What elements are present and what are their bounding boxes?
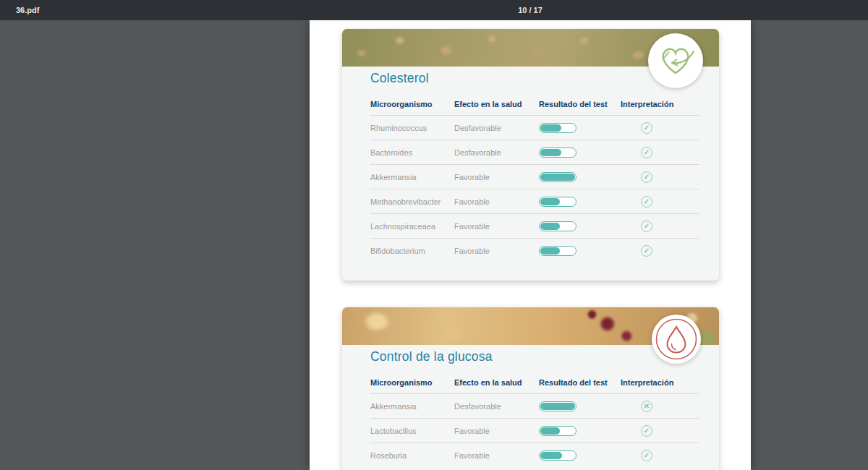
health-effect: Favorable <box>454 451 539 460</box>
microorganism-name: Lachnospiraceaea <box>370 222 454 231</box>
table-row: Lactobacillus Favorable ✓ <box>370 419 699 443</box>
col-header-interpretacion: Interpretación <box>621 100 699 108</box>
result-bar <box>539 450 576 461</box>
pdf-toolbar: 36.pdf 10 / 17 <box>0 0 868 20</box>
table-header-row: Microorganismo Efecto en la salud Result… <box>370 100 699 116</box>
check-icon: ✓ <box>641 196 652 208</box>
microorganism-name: Akkermansia <box>370 402 454 411</box>
col-header-microorganismo: Microorganismo <box>370 100 454 108</box>
col-header-efecto: Efecto en la salud <box>454 100 539 108</box>
health-effect: Desfavorable <box>454 124 539 132</box>
table-row: Bifidobacterium Favorable ✓ <box>370 239 699 263</box>
result-bar <box>539 221 576 231</box>
result-bar <box>539 426 576 436</box>
heart-icon <box>654 39 697 82</box>
microorganism-name: Bifidobacterium <box>370 247 454 255</box>
heart-badge <box>648 33 703 88</box>
microorganism-name: Bacteroides <box>370 148 454 157</box>
col-header-resultado: Resultado del test <box>539 378 621 387</box>
check-icon: ✓ <box>641 122 652 134</box>
table-row: Akkermansia Desfavorable ✕ <box>370 394 699 419</box>
colesterol-table: Microorganismo Efecto en la salud Result… <box>370 100 699 263</box>
check-icon: ✓ <box>641 171 652 183</box>
glucosa-table: Microorganismo Efecto en la salud Result… <box>370 378 699 468</box>
microorganism-name: Rhuminococcus <box>370 124 454 132</box>
result-bar <box>539 172 576 182</box>
health-effect: Favorable <box>454 173 539 181</box>
result-bar <box>539 197 576 207</box>
microorganism-name: Methanobrevibacter <box>370 197 454 206</box>
microorganism-name: Akkermansia <box>370 173 454 181</box>
result-bar-fill <box>540 149 561 156</box>
microorganism-name: Lactobacillus <box>370 427 454 435</box>
result-bar-fill <box>540 198 560 205</box>
health-effect: Favorable <box>454 222 539 231</box>
x-icon: ✕ <box>641 401 652 412</box>
result-bar-fill <box>540 403 575 410</box>
page-indicator: 10 / 17 <box>310 6 751 14</box>
check-icon: ✓ <box>641 147 652 158</box>
col-header-efecto: Efecto en la salud <box>454 378 539 387</box>
check-icon: ✓ <box>641 221 652 232</box>
col-header-microorganismo: Microorganismo <box>370 378 454 387</box>
table-row: Roseburia Favorable ✓ <box>370 443 699 468</box>
water-drop-icon <box>654 317 699 362</box>
card-title: Control de la glucosa <box>370 349 493 364</box>
health-effect: Favorable <box>454 197 539 206</box>
card-control-glucosa: Control de la glucosa Microorganismo Efe… <box>342 307 719 470</box>
result-bar <box>539 148 576 158</box>
health-effect: Favorable <box>454 247 539 255</box>
result-bar-fill <box>540 247 560 255</box>
col-header-interpretacion: Interpretación <box>621 378 699 387</box>
blood-drop-badge <box>652 315 701 364</box>
check-icon: ✓ <box>641 450 652 461</box>
pdf-filename: 36.pdf <box>16 6 39 14</box>
check-icon: ✓ <box>641 245 652 257</box>
result-bar-fill <box>540 124 561 132</box>
table-header-row: Microorganismo Efecto en la salud Result… <box>370 378 699 394</box>
pdf-page[interactable]: Colesterol Microorganismo Efecto en la s… <box>310 20 751 470</box>
health-effect: Desfavorable <box>454 148 539 157</box>
result-bar-fill <box>540 427 560 435</box>
health-effect: Favorable <box>454 427 539 435</box>
result-bar-fill <box>540 174 575 181</box>
result-bar <box>539 123 576 133</box>
table-row: Methanobrevibacter Favorable ✓ <box>370 189 699 214</box>
result-bar-fill <box>540 223 560 230</box>
table-row: Bacteroides Desfavorable ✓ <box>370 140 699 165</box>
table-row: Akkermansia Favorable ✓ <box>370 165 699 189</box>
card-colesterol: Colesterol Microorganismo Efecto en la s… <box>342 29 719 281</box>
health-effect: Desfavorable <box>454 402 539 411</box>
result-bar-fill <box>540 452 562 459</box>
result-bar <box>539 401 576 411</box>
card-title: Colesterol <box>370 71 429 86</box>
microorganism-name: Roseburia <box>370 451 454 460</box>
check-icon: ✓ <box>641 425 652 437</box>
col-header-resultado: Resultado del test <box>539 100 621 108</box>
table-row: Lachnospiraceaea Favorable ✓ <box>370 214 699 239</box>
table-row: Rhuminococcus Desfavorable ✓ <box>370 116 699 140</box>
result-bar <box>539 246 576 256</box>
